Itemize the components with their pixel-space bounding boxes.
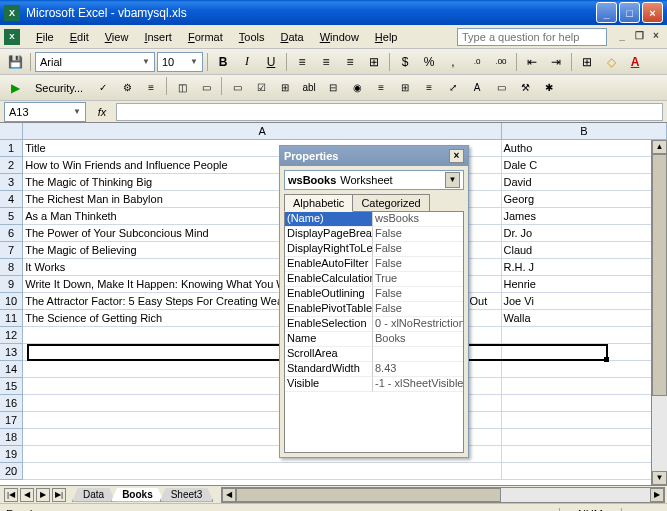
menu-window[interactable]: Window [312, 29, 367, 45]
menu-help[interactable]: Help [367, 29, 406, 45]
menu-format[interactable]: Format [180, 29, 231, 45]
fx-button[interactable]: fx [92, 103, 112, 121]
properties-object-combo[interactable]: wsBooks Worksheet ▼ [284, 170, 464, 190]
vba-tool-7[interactable]: ⊞ [274, 77, 296, 99]
sheet-tab-data[interactable]: Data [72, 488, 115, 502]
column-header-a[interactable]: A [23, 123, 502, 140]
merge-button[interactable]: ⊞ [363, 51, 385, 73]
tab-nav-next[interactable]: ▶ [36, 488, 50, 502]
cell[interactable]: R.H. J [502, 259, 668, 276]
properties-titlebar[interactable]: Properties × [280, 146, 468, 166]
row-header[interactable]: 12 [0, 327, 23, 344]
row-header[interactable]: 19 [0, 446, 23, 463]
cell[interactable] [502, 378, 668, 395]
align-center-button[interactable]: ≡ [315, 51, 337, 73]
decrease-indent-button[interactable]: ⇤ [521, 51, 543, 73]
font-size-combo[interactable]: 10 ▼ [157, 52, 203, 72]
cell[interactable] [502, 344, 668, 361]
row-header[interactable]: 9 [0, 276, 23, 293]
vba-tool-9[interactable]: ⊟ [322, 77, 344, 99]
increase-indent-button[interactable]: ⇥ [545, 51, 567, 73]
cell[interactable] [502, 412, 668, 429]
property-value[interactable]: False [373, 242, 463, 257]
property-value[interactable]: 0 - xlNoRestrictions [373, 317, 463, 332]
tab-nav-first[interactable]: |◀ [4, 488, 18, 502]
row-header[interactable]: 11 [0, 310, 23, 327]
font-name-combo[interactable]: Arial ▼ [35, 52, 155, 72]
menu-data[interactable]: Data [272, 29, 311, 45]
doc-restore-button[interactable]: ❐ [632, 30, 646, 44]
cell[interactable] [502, 446, 668, 463]
fill-color-button[interactable]: ◇ [600, 51, 622, 73]
cell[interactable] [502, 327, 668, 344]
row-header[interactable]: 2 [0, 157, 23, 174]
menu-view[interactable]: View [97, 29, 137, 45]
property-row[interactable]: DisplayRightToLeftFalse [285, 242, 463, 257]
doc-close-button[interactable]: × [649, 30, 663, 44]
cell[interactable]: Henrie [502, 276, 668, 293]
row-header[interactable]: 5 [0, 208, 23, 225]
borders-button[interactable]: ⊞ [576, 51, 598, 73]
property-row[interactable]: EnableAutoFilterFalse [285, 257, 463, 272]
font-color-button[interactable]: A [624, 51, 646, 73]
property-row[interactable]: Visible-1 - xlSheetVisible [285, 377, 463, 392]
vba-tool-16[interactable]: ▭ [490, 77, 512, 99]
save-button[interactable]: 💾 [4, 51, 26, 73]
tab-categorized[interactable]: Categorized [352, 194, 429, 212]
property-row[interactable]: StandardWidth8.43 [285, 362, 463, 377]
vba-tool-8[interactable]: abl [298, 77, 320, 99]
vertical-scrollbar[interactable]: ▲ ▼ [651, 140, 667, 485]
property-value[interactable]: 8.43 [373, 362, 463, 377]
cell[interactable] [502, 395, 668, 412]
menu-tools[interactable]: Tools [231, 29, 273, 45]
property-value[interactable] [373, 347, 463, 362]
maximize-button[interactable]: □ [619, 2, 640, 23]
properties-panel[interactable]: Properties × wsBooks Worksheet ▼ Alphabe… [279, 145, 469, 458]
cell[interactable] [23, 463, 501, 480]
vba-tool-3[interactable]: ◫ [171, 77, 193, 99]
scroll-thumb[interactable] [236, 488, 501, 502]
property-row[interactable]: EnablePivotTableFalse [285, 302, 463, 317]
property-value[interactable]: False [373, 287, 463, 302]
cell[interactable]: Autho [502, 140, 668, 157]
cell[interactable]: Dale C [502, 157, 668, 174]
underline-button[interactable]: U [260, 51, 282, 73]
property-value[interactable]: False [373, 302, 463, 317]
property-row[interactable]: (Name)wsBooks [285, 212, 463, 227]
menu-file[interactable]: File [28, 29, 62, 45]
bold-button[interactable]: B [212, 51, 234, 73]
scroll-up-arrow[interactable]: ▲ [652, 140, 667, 154]
doc-icon[interactable]: X [4, 29, 20, 45]
vba-tool-0[interactable]: ✓ [92, 77, 114, 99]
vba-tool-2[interactable]: ≡ [140, 77, 162, 99]
close-button[interactable]: × [642, 2, 663, 23]
property-row[interactable]: EnableCalculationTrue [285, 272, 463, 287]
decrease-decimal-button[interactable]: .00 [490, 51, 512, 73]
cell[interactable]: David [502, 174, 668, 191]
formula-bar[interactable] [116, 103, 663, 121]
property-value[interactable]: wsBooks [373, 212, 463, 227]
property-value[interactable]: -1 - xlSheetVisible [373, 377, 463, 392]
vba-tool-1[interactable]: ⚙ [116, 77, 138, 99]
vba-tool-14[interactable]: ⤢ [442, 77, 464, 99]
run-macro-button[interactable]: ▶ [4, 77, 26, 99]
vba-tool-13[interactable]: ≡ [418, 77, 440, 99]
cell[interactable]: James [502, 208, 668, 225]
vba-tool-10[interactable]: ◉ [346, 77, 368, 99]
tab-nav-prev[interactable]: ◀ [20, 488, 34, 502]
row-header[interactable]: 16 [0, 395, 23, 412]
row-header[interactable]: 10 [0, 293, 23, 310]
row-header[interactable]: 17 [0, 412, 23, 429]
cell[interactable]: Dr. Jo [502, 225, 668, 242]
scroll-thumb[interactable] [652, 154, 667, 396]
menu-edit[interactable]: Edit [62, 29, 97, 45]
row-header[interactable]: 4 [0, 191, 23, 208]
row-header[interactable]: 20 [0, 463, 23, 480]
property-value[interactable]: True [373, 272, 463, 287]
row-header[interactable]: 1 [0, 140, 23, 157]
doc-minimize-button[interactable]: _ [615, 30, 629, 44]
row-header[interactable]: 6 [0, 225, 23, 242]
currency-button[interactable]: $ [394, 51, 416, 73]
cell[interactable]: Georg [502, 191, 668, 208]
vba-tool-12[interactable]: ⊞ [394, 77, 416, 99]
